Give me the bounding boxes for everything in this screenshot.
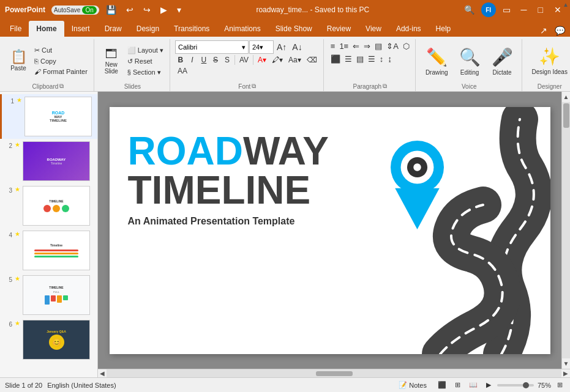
search-button[interactable]: 🔍 [461, 4, 478, 16]
notes-button[interactable]: 📝 Notes [394, 380, 432, 390]
clipboard-expand-icon[interactable]: ⧉ [59, 83, 64, 90]
notes-icon: 📝 [399, 381, 407, 389]
increase-indent-button[interactable]: ⇒ [362, 40, 372, 52]
align-left-button[interactable]: ⬛ [329, 53, 342, 65]
char-spacing-button[interactable]: AV [237, 55, 251, 65]
font-dropdown-icon[interactable]: ▾ [242, 43, 246, 51]
reset-button[interactable]: ↺ Reset [125, 56, 166, 67]
redo-button[interactable]: ↪ [140, 4, 154, 16]
text-direction-button[interactable]: ⇕A [384, 40, 400, 52]
slide-thumb-1[interactable]: 1 ★ ROAD WAY TIMELINE [0, 94, 97, 139]
restore-button[interactable]: □ [534, 4, 547, 16]
editing-button[interactable]: 🔍 Editing [454, 45, 486, 78]
tab-addins[interactable]: Add-ins [389, 21, 429, 37]
tab-home[interactable]: Home [29, 21, 64, 37]
scroll-thumb[interactable] [563, 103, 569, 128]
align-center-button[interactable]: ☰ [343, 53, 354, 65]
shadow-button[interactable]: S [222, 55, 233, 65]
decrease-indent-button[interactable]: ⇐ [351, 40, 361, 52]
tab-review[interactable]: Review [320, 21, 358, 37]
layout-button[interactable]: ⬜ Layout ▾ [125, 45, 166, 56]
drawing-button[interactable]: ✏️ Drawing [421, 45, 453, 78]
font-size-change-button[interactable]: Aa▾ [286, 55, 304, 65]
font-size-input[interactable]: 24 ▾ [249, 40, 274, 54]
clear-formatting-button[interactable]: ⌫ [304, 55, 320, 65]
zoom-thumb[interactable] [523, 382, 529, 388]
underline-button[interactable]: U [198, 55, 209, 65]
design-ideas-button[interactable]: ✨ Design Ideas [527, 44, 570, 78]
tab-design[interactable]: Design [129, 21, 167, 37]
h-scroll-track[interactable] [107, 369, 561, 377]
font-expand-icon[interactable]: ⧉ [252, 83, 256, 90]
vertical-scrollbar[interactable]: ▲ ▼ [561, 92, 570, 369]
slide-canvas[interactable]: ROADWAY TIMELINE An Animated Presentatio… [110, 107, 550, 354]
save-button[interactable]: 💾 [103, 4, 119, 16]
dictate-button[interactable]: 🎤 Dictate [487, 45, 518, 78]
cut-button[interactable]: ✂ Cut [32, 45, 90, 56]
slide-thumb-5[interactable]: 5 ★ TIMELINE FULL [0, 273, 97, 317]
comments-button[interactable]: 💬 [552, 24, 568, 37]
tab-animations[interactable]: Animations [217, 21, 268, 37]
para-row1: ≡ 1≡ ⇐ ⇒ ▤ ⇕A ⬡ [329, 40, 411, 52]
slide-thumb-6[interactable]: 6 ★ January Q&A 😊 [0, 317, 97, 362]
align-right-button[interactable]: ▤ [354, 53, 366, 65]
tab-transitions[interactable]: Transitions [167, 21, 217, 37]
tab-help[interactable]: Help [429, 21, 459, 37]
italic-button[interactable]: I [187, 55, 198, 65]
ribbon-display-button[interactable]: ▭ [500, 4, 514, 16]
convert-to-smartart-button[interactable]: ⬡ [401, 40, 411, 52]
avatar[interactable]: FI [481, 2, 496, 17]
justify-button[interactable]: ☰ [366, 53, 377, 65]
share-button[interactable]: ↗ [538, 24, 550, 37]
autosave-state[interactable]: On [82, 6, 96, 14]
horizontal-scrollbar[interactable]: ◀ ▶ [98, 369, 570, 377]
autosave-toggle[interactable]: AutoSave On [51, 6, 99, 15]
tab-file[interactable]: File [2, 21, 29, 37]
decrease-font-button[interactable]: A↓ [290, 42, 304, 53]
font-color-button[interactable]: A▾ [255, 55, 269, 65]
ribbon-collapse-button[interactable]: ▲ [563, 1, 569, 8]
slide-thumb-2[interactable]: 2 ★ ROADWAY Timeline [0, 139, 97, 183]
undo-button[interactable]: ↩ [123, 4, 137, 16]
text-case-button[interactable]: AA [175, 66, 190, 76]
copy-button[interactable]: ⎘ Copy [32, 56, 90, 66]
svg-marker-1 [395, 188, 440, 229]
section-button[interactable]: § Section ▾ [125, 67, 166, 78]
minimize-button[interactable]: ─ [517, 4, 531, 16]
columns-button[interactable]: ▤ [373, 40, 384, 52]
vertical-align-button[interactable]: ↨ [386, 53, 394, 65]
paste-button[interactable]: 📋 Paste [6, 48, 31, 73]
font-size-dropdown-icon[interactable]: ▾ [260, 43, 263, 51]
scroll-up-button[interactable]: ▲ [561, 92, 570, 102]
highlight-button[interactable]: 🖍▾ [269, 55, 285, 65]
slide-thumb-3[interactable]: 3 ★ TIMELINE [0, 183, 97, 228]
strikethrough-button[interactable]: S [210, 55, 221, 65]
fit-slide-button[interactable]: ⊞ [555, 380, 565, 390]
new-slide-button[interactable]: 🗔 NewSlide [99, 46, 124, 76]
font-name-input[interactable]: Calibri ▾ [175, 40, 249, 54]
slide-thumb-4[interactable]: 4 ★ Timeline [0, 228, 97, 273]
scroll-down-button[interactable]: ▼ [561, 358, 570, 369]
tab-draw[interactable]: Draw [97, 21, 129, 37]
tab-slideshow[interactable]: Slide Show [268, 21, 320, 37]
normal-view-button[interactable]: ⬛ [435, 380, 449, 390]
h-scroll-left-button[interactable]: ◀ [98, 368, 107, 379]
zoom-slider[interactable] [497, 384, 534, 386]
bold-button[interactable]: B [175, 55, 186, 65]
scroll-track[interactable] [562, 102, 570, 358]
customize-button[interactable]: ▾ [174, 4, 184, 16]
tab-insert[interactable]: Insert [64, 21, 97, 37]
reading-view-button[interactable]: 📖 [467, 380, 480, 390]
format-painter-button[interactable]: 🖌 Format Painter [32, 67, 90, 76]
slideshow-button[interactable]: ▶ [484, 380, 493, 390]
paragraph-expand-icon[interactable]: ⧉ [383, 83, 387, 90]
present-button[interactable]: ▶ [157, 4, 170, 16]
line-spacing-button[interactable]: ↕ [378, 53, 386, 65]
h-scroll-right-button[interactable]: ▶ [561, 368, 570, 379]
numbering-button[interactable]: 1≡ [337, 40, 350, 52]
bullets-button[interactable]: ≡ [329, 40, 337, 52]
increase-font-button[interactable]: A↑ [274, 42, 289, 53]
tab-view[interactable]: View [358, 21, 389, 37]
slide-sorter-button[interactable]: ⊞ [452, 380, 463, 390]
h-scroll-thumb[interactable] [316, 371, 353, 376]
